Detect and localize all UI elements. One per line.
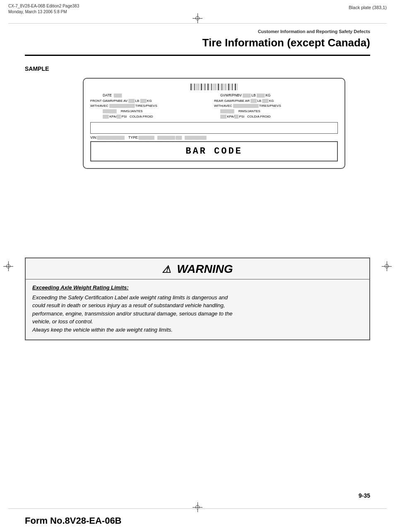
warning-body-line3: performance, engine, transmission and/or… bbox=[32, 311, 232, 317]
barcode-box: BAR CODE bbox=[90, 141, 338, 161]
extra-block1: █████████ ███ bbox=[157, 135, 181, 140]
tires-right-col: WITH/AVEC █████████████ TIRES/PNEVS bbox=[214, 104, 338, 109]
header-line1: CX-7_8V28-EA-06B Edition2 Page383 bbox=[8, 3, 79, 9]
date-block: ████ bbox=[114, 94, 122, 97]
warning-body-line2: could result in death or serious injury … bbox=[32, 302, 225, 308]
barcode-text: BAR CODE bbox=[185, 146, 243, 156]
rims-right-col: ███████ RIMS/JANTES bbox=[220, 109, 338, 114]
warning-body-line4: vehicle, or loss of control. bbox=[32, 318, 93, 325]
warning-title-row: ⚠ WARNING bbox=[26, 258, 369, 279]
sample-label: SAMPLE bbox=[25, 65, 49, 72]
barcode-strip-inner bbox=[190, 84, 238, 90]
label-card: DATE ████ GVWR/PNBV ████ LB ████ KG FRON… bbox=[83, 78, 345, 169]
vin-label: VIN:██████████████ bbox=[90, 135, 124, 140]
reg-mark-top bbox=[193, 13, 202, 23]
top-rule bbox=[8, 23, 387, 24]
warning-body-line1: Exceeding the Safety Certification Label… bbox=[32, 294, 228, 301]
reg-mark-bottom bbox=[193, 502, 202, 512]
header-line2: Monday, March 13 2006 5:8 PM bbox=[8, 9, 79, 15]
warning-title-text: WARNING bbox=[177, 262, 233, 275]
date-gvwr-row: DATE ████ GVWR/PNBV ████ LB ████ KG bbox=[90, 93, 338, 99]
page-title: Tire Information (except Canada) bbox=[202, 36, 371, 49]
warning-heading: Exceeding Axle Weight Rating Limits: bbox=[32, 284, 363, 292]
extra-block2: ███████████ bbox=[185, 135, 206, 140]
gvwr-col: GVWR/PNBV ████ LB ████ KG bbox=[220, 93, 338, 99]
kpa-row: ███ KPA/██ PSI COLD/A FROID ███ KPA/██ P… bbox=[90, 114, 338, 120]
rims-left-col: ███████ RIMS/JANTES bbox=[90, 109, 220, 114]
type-label: TYPE:████████ bbox=[128, 135, 154, 140]
rear-gawr-col: REAR GAWR/PNBE AR ███ LB ███ KG bbox=[214, 99, 338, 104]
white-box bbox=[90, 122, 338, 134]
section-subtitle: Customer Information and Reporting Safet… bbox=[258, 29, 370, 34]
warning-body: Exceeding Axle Weight Rating Limits: Exc… bbox=[26, 279, 369, 339]
header-right: Black plate (383,1) bbox=[349, 5, 387, 10]
front-gawr-col: FRONT GAWR/PNBE AV ███ LB ███ KG bbox=[90, 99, 214, 104]
header-info: CX-7_8V28-EA-06B Edition2 Page383 Monday… bbox=[8, 3, 79, 15]
form-number: Form No.8V28-EA-06B bbox=[25, 515, 122, 526]
tires-left-col: WITH/AVEC █████████████ TIRES/PNEVS bbox=[90, 104, 214, 109]
vin-row: VIN:██████████████ TYPE:████████ ███████… bbox=[90, 135, 338, 140]
page-number: 9-35 bbox=[359, 492, 370, 499]
kpa-left-col: ███ KPA/██ PSI COLD/A FROID bbox=[90, 114, 220, 120]
reg-mark-left bbox=[3, 261, 13, 271]
title-rule bbox=[25, 55, 370, 56]
tires-row: WITH/AVEC █████████████ TIRES/PNEVS WITH… bbox=[90, 104, 338, 109]
top-barcode-strip bbox=[90, 84, 338, 90]
reg-mark-right bbox=[382, 261, 392, 271]
kpa-right-col: ███ KPA/██ PSI COLD/A FROID bbox=[220, 114, 338, 120]
date-col: DATE ████ bbox=[90, 93, 220, 99]
warning-box: ⚠ WARNING Exceeding Axle Weight Rating L… bbox=[25, 258, 370, 340]
warning-body-line5: Always keep the vehicle within the axle … bbox=[32, 327, 173, 333]
rims-row: ███████ RIMS/JANTES ███████ RIMS/JANTES bbox=[90, 109, 338, 114]
front-rear-gawr-row: FRONT GAWR/PNBE AV ███ LB ███ KG REAR GA… bbox=[90, 99, 338, 104]
bottom-rule bbox=[8, 508, 387, 509]
warning-icon: ⚠ bbox=[162, 264, 171, 275]
